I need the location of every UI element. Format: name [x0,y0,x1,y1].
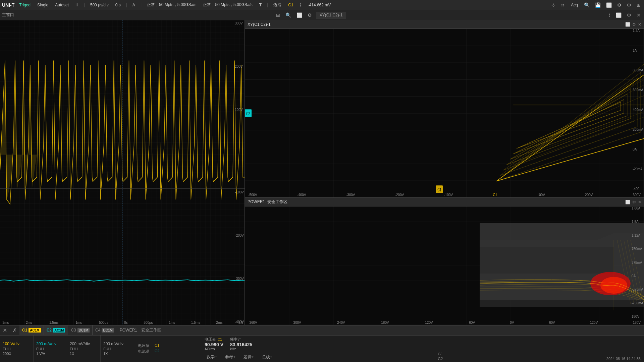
cursor-icon[interactable]: ⊞ [275,12,281,18]
main-content: C1 C2 ◁ C2 ▼ T [0,20,644,325]
c1-trigger-label[interactable]: C1 [286,2,295,8]
datetime: 2024-08-16 14:24:35 [606,357,641,361]
ref-plus-btn[interactable]: 参考+ [223,354,237,361]
c3-info-block: 200 mV/div FULL 1X [67,336,101,362]
waveform-svg [0,20,245,325]
power-close-icon[interactable]: ✕ [638,200,641,204]
time-offset[interactable]: 0 s [113,2,123,8]
action-buttons[interactable]: 数学+ 参考+ 逻辑+ 总线+ [205,354,274,361]
toolbar-right: ⊹ ≋ Acq 🔍 💾 ⬜ ⚙ ⚙ ⊞ [550,2,642,8]
actions-datetime-row: 数学+ 参考+ 逻辑+ 总线+ G1 G2 2024-08-16 14:24:3… [205,352,641,361]
h-label: H [73,2,80,8]
power1-tab-label: POWER1 [120,328,137,333]
signal2-icon[interactable]: ⌇ [607,12,612,18]
display-icon[interactable]: ⬜ [605,2,613,8]
channel-tab-c2[interactable]: C2 AC1M [44,325,68,335]
trigger-mode[interactable]: Triged [17,2,33,8]
current-src-label: 电流源 [138,349,149,354]
power-settings-icon[interactable]: ⚙ [632,200,636,204]
xy-plot-svg: C1 C2 [245,29,644,197]
voltmeter-unit: ACrms [205,347,223,351]
xy-close-icon[interactable]: ✕ [638,22,641,27]
c1-coupling: FULL [3,347,31,351]
svg-rect-7 [245,29,644,197]
channel-tab-c4[interactable]: C4 DC1M [93,325,117,335]
xy-y-labels: 1.2A 1A 800mA 600mA 400mA 200mA 0A -20mA… [633,29,643,191]
main-window-label: 主窗口 [2,12,14,18]
xy-panel-title: XY(C1,C2)-1 [248,22,271,27]
voltmeter-label: 电压表 [205,337,216,342]
channel-tab-power1[interactable]: POWER1 安全工作区 [117,325,644,335]
settings3-icon[interactable]: ⚙ [626,12,633,18]
c3-div: 200 mV/div [70,342,98,346]
spectrum-icon[interactable]: ≋ [559,2,566,8]
measure-icon[interactable]: ⊹ [550,2,557,8]
c3-probe: 1X [70,352,98,356]
logic-plus-btn[interactable]: 逻辑+ [241,354,256,361]
math-plus-btn[interactable]: 数学+ [205,354,219,361]
c2-div: 200 mA/div [36,342,64,346]
c4-info-block: 200 mV/div FULL 1X [101,336,134,362]
settings-icon[interactable]: ⚙ [626,2,633,8]
x-axis-labels: -3ms -2ms -1.5ms -1ms -500μs 0s 500μs 1m… [0,321,245,324]
total-plus-btn[interactable]: 总线+ [260,354,274,361]
close-xy-icon[interactable]: ✕ [635,12,642,18]
channel-tab-c3[interactable]: C3 DC1M [68,325,93,335]
svg-marker-25 [480,233,644,307]
bottom-bar: ✕ ✗ C1 AC1M C2 AC1M C3 DC1M C4 DC1M POWE… [0,325,644,362]
search-icon[interactable]: 🔍 [583,2,591,8]
channel-info: 100 V/div FULL 200X 200 mA/div FULL 1 V/… [0,336,644,362]
c1-info-block: 100 V/div FULL 200X [0,336,34,362]
cal-icon[interactable]: ⚙ [616,2,623,8]
svg-text:C2: C2 [246,111,250,117]
settings2-icon[interactable]: ⚙ [306,12,313,18]
single-button[interactable]: Single [35,2,50,8]
c1-div: 100 V/div [3,342,31,346]
xy-tab[interactable]: XY(C1,C2)-1 [316,12,346,18]
left-waveform-panel: C1 C2 ◁ C2 ▼ T [0,20,245,325]
power-maximize-icon[interactable]: ⬜ [625,200,630,204]
power-panel-title: POWER1- 安全工作区 [248,199,287,205]
freq-block: 频率计 83.916425 kHz [230,337,252,351]
trigger-voltage: -414.662 mV [306,2,333,8]
time-div[interactable]: 500 μs/div [88,2,111,8]
c4-mode-badge: DC1M [102,328,114,333]
acq-label[interactable]: Acq [569,2,580,8]
g2-label: G2 [438,357,443,361]
bottom-right: 电压表 C1 90.990 V ACrms 频率计 83.916425 kHz … [201,336,644,362]
c3-tab-label: C3 [71,328,76,333]
voltmeter-ch: C1 [218,338,222,341]
x-icon[interactable]: ✗ [10,327,19,334]
xy-maximize-icon[interactable]: ⬜ [625,22,630,27]
brand-logo: UNI-T [2,2,14,8]
xy-panel-header: XY(C1,C2)-1 ⬜ ⚙ ✕ [245,20,644,29]
c4-probe: 1X [103,352,131,356]
power-x-labels: -360V -300V -240V -180V -120V -60V 0V 60… [245,321,644,324]
c2-info-block: 200 mA/div FULL 1 V/A [34,336,67,362]
more-icon[interactable]: ⊞ [635,2,642,8]
signal-info-text: 正常，50 Mpts，5.00GSa/s [201,1,254,8]
c4-coupling: FULL [103,347,131,351]
measurements-row: 电压表 C1 90.990 V ACrms 频率计 83.916425 kHz [205,337,641,351]
c4-div: 200 mV/div [103,342,131,346]
save-icon[interactable]: 💾 [594,2,602,8]
power1-info-block: 电压源 C1 电流源 C2 [134,336,201,362]
a-label: A [130,2,137,8]
rect-icon[interactable]: ⬜ [295,12,304,18]
c1-probe: 200X [3,352,31,356]
freq-val: 83.916425 [230,342,252,347]
rect2-icon[interactable]: ⬜ [614,12,623,18]
waveform-icon: ⌇ [298,2,303,8]
channel-tab-c1[interactable]: C1 AC1M [19,325,44,335]
voltage-src-ch: C1 [155,343,159,348]
voltage-src-label: 电压源 [138,343,149,348]
c3-coupling: FULL [70,347,98,351]
xy-settings-icon[interactable]: ⚙ [632,22,636,27]
autoset-button[interactable]: Autoset [53,2,71,8]
zoom-icon[interactable]: 🔍 [284,12,292,18]
freq-unit: kHz [230,347,252,351]
top-toolbar: UNI-T Triged Single Autoset H | 500 μs/d… [0,0,644,10]
voltmeter-val: 90.990 V [205,342,223,347]
close-icon[interactable]: ✕ [0,327,10,334]
xy-x-labels: -500V -400V -300V -200V -100V C1 100V 20… [245,193,644,197]
